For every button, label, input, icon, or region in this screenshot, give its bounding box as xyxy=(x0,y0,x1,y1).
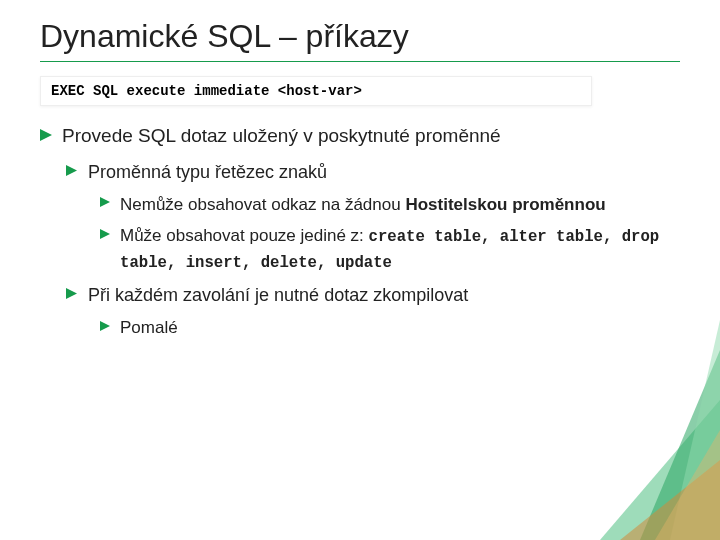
content: Provede SQL dotaz uložený v poskytnuté p… xyxy=(40,122,680,340)
svg-marker-7 xyxy=(640,350,720,540)
bullet-text: Při každém zavolání je nutné dotaz zkomp… xyxy=(88,285,468,305)
arrow-icon xyxy=(100,197,110,207)
svg-marker-9 xyxy=(620,460,720,540)
bullet-text: Provede SQL dotaz uložený v poskytnuté p… xyxy=(62,125,501,146)
bullet-level2: Při každém zavolání je nutné dotaz zkomp… xyxy=(66,282,680,309)
svg-marker-3 xyxy=(100,229,110,239)
arrow-icon xyxy=(66,165,77,176)
corner-decoration xyxy=(560,320,720,540)
slide: Dynamické SQL – příkazy EXEC SQL execute… xyxy=(0,0,720,540)
bullet-level1: Provede SQL dotaz uložený v poskytnuté p… xyxy=(40,122,680,151)
svg-marker-6 xyxy=(600,400,720,540)
arrow-icon xyxy=(66,288,77,299)
bullet-text-bold: Hostitelskou proměnnou xyxy=(405,195,605,214)
bullet-level3: Nemůže obsahovat odkaz na žádnou Hostite… xyxy=(100,192,680,218)
svg-marker-0 xyxy=(40,129,52,141)
arrow-icon xyxy=(40,129,52,141)
svg-marker-1 xyxy=(66,165,77,176)
arrow-icon xyxy=(100,321,110,331)
svg-marker-5 xyxy=(100,321,110,331)
svg-marker-10 xyxy=(655,430,720,540)
bullet-text-prefix: Nemůže obsahovat odkaz na žádnou xyxy=(120,195,405,214)
svg-marker-2 xyxy=(100,197,110,207)
bullet-level2: Proměnná typu řetězec znaků xyxy=(66,159,680,186)
svg-marker-4 xyxy=(66,288,77,299)
code-box: EXEC SQL execute immediate <host-var> xyxy=(40,76,592,106)
slide-title: Dynamické SQL – příkazy xyxy=(40,18,680,55)
bullet-text: Pomalé xyxy=(120,318,178,337)
bullet-text-prefix: Může obsahovat pouze jediné z: xyxy=(120,226,369,245)
arrow-icon xyxy=(100,229,110,239)
bullet-level3: Pomalé xyxy=(100,315,680,341)
bullet-level3: Může obsahovat pouze jediné z: create ta… xyxy=(100,223,680,276)
svg-marker-8 xyxy=(670,320,720,540)
title-underline xyxy=(40,61,680,62)
bullet-text: Proměnná typu řetězec znaků xyxy=(88,162,327,182)
